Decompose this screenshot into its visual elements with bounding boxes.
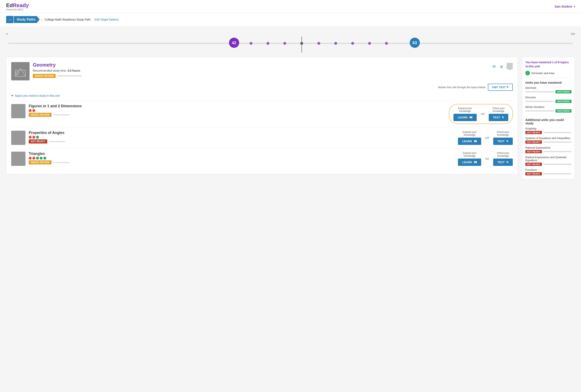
mastered-summary: You have mastered 1 of 8 topics in this … xyxy=(526,60,572,68)
study-paths-breadcrumb[interactable]: Study Paths xyxy=(14,16,40,23)
unit-status-badge: NEEDS REVIEW xyxy=(33,74,56,78)
learn-test-plain: Expand yourknowledge LEARN 📖 OR Check yo… xyxy=(458,131,513,145)
sidebar-status-bar: NOT READY xyxy=(526,140,572,144)
marker-3[interactable] xyxy=(283,42,286,45)
or-label: OR xyxy=(485,136,489,139)
topic-dots xyxy=(29,109,446,112)
unit-test-area: Master this unit through the topics belo… xyxy=(11,84,513,91)
status-pill-mastered: MASTERED xyxy=(556,109,572,112)
status-pill-not-ready: NOT READY xyxy=(526,163,542,166)
unit-thumbnail xyxy=(11,62,30,80)
dot-red xyxy=(32,109,35,112)
sidebar-unit-functions: Functions NOT READY xyxy=(526,168,572,175)
sidebar-unit-graphing: Graphing NOT READY xyxy=(526,127,572,134)
progress-min: 0 xyxy=(6,32,8,35)
dot-red xyxy=(32,136,35,139)
topic-progress-bar xyxy=(53,114,70,115)
unit-info: Geometry Recommended study time: 3.5 hou… xyxy=(33,62,82,78)
status-pill-not-ready: NOT READY xyxy=(526,140,542,144)
sidebar-unit-name: Whole Numbers xyxy=(526,105,572,108)
print-button[interactable]: 🖨 xyxy=(499,64,504,70)
test-button[interactable]: TEST ✎ xyxy=(493,159,513,166)
topic-info: Properties of Angles NOT READY xyxy=(29,131,455,143)
topic-info: Triangles NEEDS REVIEW xyxy=(29,152,455,164)
current-path-label: College Math Readiness Study Path xyxy=(44,18,90,21)
marker-2[interactable] xyxy=(266,42,269,45)
expand-group: Expand yourknowledge LEARN 📖 xyxy=(458,152,481,166)
chevron-down-icon: ▾ xyxy=(574,5,575,8)
test-button[interactable]: TEST ✎ xyxy=(493,138,513,145)
unit-header: Geometry Recommended study time: 3.5 hou… xyxy=(11,62,82,80)
topics-toggle-label: Topics you need to study in this unit xyxy=(14,94,60,97)
marker-7[interactable] xyxy=(351,42,354,45)
progress-bar-small xyxy=(544,151,572,152)
unit-test-button[interactable]: UNIT TEST ✎ xyxy=(488,84,513,91)
topic-info: Figures in 1 and 2 Dimensions NEEDS REVI… xyxy=(29,104,446,117)
marker-6[interactable] xyxy=(334,42,337,45)
logo-powered: Powered by NROC xyxy=(6,8,24,11)
sidebar-divider xyxy=(526,78,572,78)
status-pill-not-ready: NOT READY xyxy=(526,131,542,134)
progress-bar-small xyxy=(544,164,572,165)
progress-bar-small xyxy=(526,101,554,102)
sidebar-status-bar: MASTERED xyxy=(526,109,572,112)
test-icon: ✎ xyxy=(506,140,509,143)
status-pill-mastered: MASTERED xyxy=(556,90,572,93)
logo-ed: Ed xyxy=(6,2,13,8)
status-pill-not-ready: NOT READY xyxy=(526,172,542,175)
topic-progress-bar xyxy=(49,141,65,142)
check-label: Check yourknowledge xyxy=(497,131,509,136)
dot-red xyxy=(32,157,35,160)
sidebar-status-bar: NOT READY xyxy=(526,163,572,166)
marker-1[interactable] xyxy=(250,42,252,45)
progress-section: 0 100 42 63 xyxy=(0,26,581,53)
learn-button[interactable]: LEARN 📖 xyxy=(454,114,476,121)
test-icon: ✎ xyxy=(506,161,509,164)
home-button[interactable]: ⌂ xyxy=(6,16,14,23)
mastered-topic-name: Perimeter and Area xyxy=(532,72,554,75)
learn-button[interactable]: LEARN 📖 xyxy=(458,159,481,166)
unit-study-time: Recommended study time: 3.5 hours xyxy=(33,69,82,72)
edit-target-link[interactable]: Edit Target Options xyxy=(94,18,119,21)
topic-thumbnail xyxy=(11,152,26,166)
target-line xyxy=(302,37,302,52)
main-content: Geometry Recommended study time: 3.5 hou… xyxy=(0,53,581,183)
sidebar-unit-percents: Percents MASTERED xyxy=(526,96,572,103)
topic-title: Properties of Angles xyxy=(29,131,455,135)
sidebar-unit-name: Systems of Equations and Inequalities xyxy=(526,137,572,140)
topic-thumbnail xyxy=(11,104,26,118)
topic-item: Properties of Angles NOT READY Expand yo… xyxy=(11,127,513,148)
expand-label: Expand yourknowledge xyxy=(458,107,472,112)
score-42-bubble: 42 xyxy=(229,38,239,48)
email-button[interactable]: ✉ xyxy=(492,63,496,70)
dot-red xyxy=(29,157,32,160)
flag-icon xyxy=(507,63,513,70)
sidebar-unit-systems: Systems of Equations and Inequalities NO… xyxy=(526,137,572,144)
app-header: EdReady Powered by NROC Sam Student ▾ xyxy=(0,0,581,13)
mastered-topic-item: ✓ Perimeter and Area xyxy=(526,71,572,75)
learn-test-area: Expand yourknowledge LEARN 📖 OR Check yo… xyxy=(449,104,513,124)
dot-red xyxy=(29,136,32,139)
user-menu[interactable]: Sam Student ▾ xyxy=(554,5,575,8)
score-63-bubble: 63 xyxy=(410,38,420,48)
sidebar-unit-name: Percents xyxy=(526,96,572,99)
learn-icon: 📖 xyxy=(474,161,477,164)
expand-label: Expand yourknowledge xyxy=(463,131,476,136)
progress-bar-small xyxy=(544,141,572,143)
topics-toggle[interactable]: Topics you need to study in this unit xyxy=(11,94,513,97)
learn-button[interactable]: LEARN 📖 xyxy=(458,138,481,145)
topic-status: NEEDS REVIEW xyxy=(29,113,52,117)
expand-label: Expand yourknowledge xyxy=(463,152,476,157)
marker-8[interactable] xyxy=(368,42,371,45)
test-button[interactable]: TEST ✎ xyxy=(489,114,508,121)
expand-group: Expand yourknowledge LEARN 📖 xyxy=(458,131,481,145)
breadcrumb-separator: › xyxy=(40,18,44,21)
sidebar-unit-name: Radical Expressions and Quadratic Equati… xyxy=(526,156,572,162)
marker-5[interactable] xyxy=(318,42,320,45)
breadcrumb: ⌂ Study Paths › College Math Readiness S… xyxy=(0,13,581,26)
sidebar-divider xyxy=(526,115,572,115)
learn-test-area: Expand yourknowledge LEARN 📖 OR Check yo… xyxy=(458,131,513,145)
check-label: Check yourknowledge xyxy=(497,152,509,157)
marker-9[interactable] xyxy=(385,42,388,45)
sidebar-status-bar: NOT READY xyxy=(526,150,572,153)
